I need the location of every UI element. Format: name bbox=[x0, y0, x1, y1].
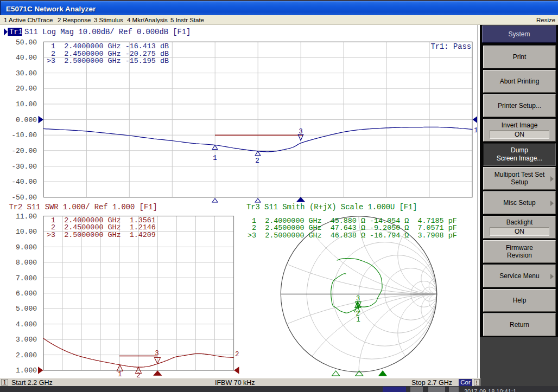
svg-text:9.000: 9.000 bbox=[16, 243, 37, 252]
svg-text:1: 1 bbox=[356, 316, 360, 324]
svg-text:-10.00: -10.00 bbox=[11, 131, 37, 139]
svg-text:2.000: 2.000 bbox=[16, 351, 37, 359]
svg-text:3: 3 bbox=[299, 128, 303, 136]
svg-text:0.000: 0.000 bbox=[16, 116, 37, 124]
svg-text:4.000: 4.000 bbox=[16, 320, 37, 329]
svg-text:Tr1: Pass: Tr1: Pass bbox=[430, 43, 471, 51]
svg-text:Tr3 S11 Smith (R+jX) Scale 1.0: Tr3 S11 Smith (R+jX) Scale 1.000U [F1] bbox=[246, 203, 417, 211]
svg-text:10.00: 10.00 bbox=[16, 228, 37, 236]
svg-text:40.00: 40.00 bbox=[16, 54, 37, 62]
svg-text:>3 2.5000000 GHz -15.195 dB: >3 2.5000000 GHz -15.195 dB bbox=[47, 57, 169, 65]
svg-text:1: 1 bbox=[118, 371, 122, 378]
svg-text:7.000: 7.000 bbox=[16, 274, 37, 282]
svg-text:Tr2 S11 SWR 1.000/ Ref 1.000 [: Tr2 S11 SWR 1.000/ Ref 1.000 [F1] bbox=[9, 203, 157, 211]
svg-text:2: 2 bbox=[136, 372, 141, 378]
svg-text:-20.00: -20.00 bbox=[11, 147, 37, 155]
svg-text:5.000: 5.000 bbox=[16, 305, 37, 313]
svg-text:-40.00: -40.00 bbox=[11, 178, 37, 186]
svg-text:20.00: 20.00 bbox=[16, 85, 37, 93]
svg-text:1: 1 bbox=[213, 155, 217, 162]
svg-text:>3 2.5000000 GHz 46.838 Ω -1: >3 2.5000000 GHz 46.838 Ω -16.794 Ω 3.79… bbox=[248, 232, 457, 240]
svg-text:30.00: 30.00 bbox=[16, 69, 37, 78]
svg-text:2: 2 bbox=[255, 157, 259, 165]
svg-text:8.000: 8.000 bbox=[16, 259, 37, 267]
svg-text:S11 Log Mag 10.00dB/ Ref 0.000: S11 Log Mag 10.00dB/ Ref 0.000dB [F1] bbox=[24, 28, 191, 36]
svg-text:>3 2.5000000 GHz 1.4209: >3 2.5000000 GHz 1.4209 bbox=[47, 231, 156, 239]
svg-text:Tr1: Tr1 bbox=[9, 28, 23, 36]
svg-text:50.00: 50.00 bbox=[16, 38, 37, 47]
svg-text:6.000: 6.000 bbox=[16, 290, 37, 298]
svg-text:-30.00: -30.00 bbox=[11, 163, 37, 171]
svg-text:10.00: 10.00 bbox=[16, 100, 37, 108]
svg-text:11.00: 11.00 bbox=[16, 213, 37, 221]
svg-text:1.000: 1.000 bbox=[16, 367, 37, 375]
svg-text:-50.00: -50.00 bbox=[11, 194, 37, 202]
svg-text:3.000: 3.000 bbox=[16, 336, 37, 344]
svg-text:3: 3 bbox=[155, 350, 159, 357]
svg-text:2: 2 bbox=[235, 351, 239, 358]
